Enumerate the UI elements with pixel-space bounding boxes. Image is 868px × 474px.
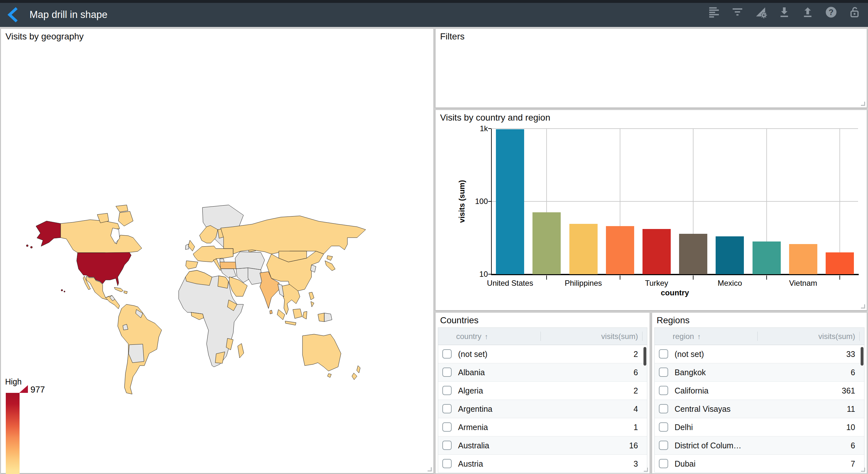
chart-bar-vietnam[interactable]	[789, 244, 817, 274]
filter-icon[interactable]	[731, 6, 744, 19]
panel-title: Filters	[440, 31, 464, 42]
top-bar: Map drill in shape	[0, 0, 868, 27]
panel-resize-handle[interactable]	[861, 102, 865, 106]
row-checkbox[interactable]	[442, 349, 452, 358]
panel-resize-handle[interactable]	[861, 304, 865, 309]
legend-high-marker	[19, 385, 28, 393]
row-checkbox[interactable]	[442, 386, 452, 395]
row-name: Bangkok	[675, 364, 706, 382]
row-checkbox[interactable]	[442, 404, 452, 413]
x-tick	[766, 276, 767, 280]
world-map[interactable]	[23, 203, 367, 401]
chart-bar[interactable]	[752, 242, 781, 274]
y-tick	[488, 128, 491, 129]
panel-resize-handle[interactable]	[644, 468, 648, 472]
column-divider	[757, 331, 758, 341]
toolbar: ?	[708, 6, 861, 19]
chart-bar-united-states[interactable]	[496, 129, 524, 274]
chart-bar[interactable]	[679, 234, 707, 274]
row-checkbox[interactable]	[442, 441, 452, 450]
row-name: Armenia	[458, 418, 488, 437]
y-tick	[488, 274, 491, 275]
panel-filters: Filters	[435, 29, 867, 108]
chart-settings-icon[interactable]	[754, 6, 767, 19]
table-row[interactable]: Austria3	[438, 455, 647, 473]
x-tick	[546, 276, 547, 280]
panel-regions: Regions region↑ visits(sum) (not set)33B…	[652, 312, 867, 474]
chart-bar-turkey[interactable]	[643, 229, 671, 274]
back-icon[interactable]	[6, 7, 20, 23]
row-checkbox[interactable]	[442, 459, 452, 468]
sort-asc-icon: ↑	[485, 333, 488, 341]
row-checkbox[interactable]	[659, 459, 668, 468]
download-icon[interactable]	[778, 6, 791, 19]
panel-resize-handle[interactable]	[428, 467, 432, 471]
row-checkbox[interactable]	[659, 386, 668, 395]
table-header: region↑ visits(sum)	[655, 328, 864, 345]
table-row[interactable]: (not set)33	[655, 345, 864, 364]
row-value: 10	[846, 418, 855, 437]
table-row[interactable]: Albania6	[438, 364, 647, 382]
x-tick	[693, 276, 693, 280]
table-header: country↑ visits(sum)	[438, 328, 647, 345]
row-name: District of Colum…	[675, 437, 741, 455]
table-body: (not set)33Bangkok6California361Central …	[655, 345, 864, 473]
row-checkbox[interactable]	[659, 349, 668, 358]
panel-resize-handle[interactable]	[861, 468, 865, 472]
row-checkbox[interactable]	[659, 368, 668, 377]
y-tick	[488, 201, 491, 202]
chart-bar-philippines[interactable]	[569, 224, 597, 274]
row-checkbox[interactable]	[659, 441, 668, 450]
table-row[interactable]: Dubai7	[655, 455, 864, 473]
panel-title: Visits by geography	[5, 31, 84, 42]
column-header-visits-sum[interactable]: visits(sum)	[818, 328, 855, 345]
row-value: 11	[847, 400, 855, 418]
table-row[interactable]: Bangkok6	[655, 364, 864, 382]
table-body: (not set)2Albania6Algeria2Argentina4Arme…	[438, 345, 647, 473]
countries-table: country↑ visits(sum) (not set)2Albania6A…	[438, 327, 647, 473]
row-value: 3	[633, 455, 638, 473]
row-checkbox[interactable]	[659, 404, 668, 413]
chart-bar[interactable]	[826, 252, 854, 274]
regions-table: region↑ visits(sum) (not set)33Bangkok6C…	[654, 327, 865, 473]
table-row[interactable]: Delhi10	[655, 418, 864, 437]
chart-bar-mexico[interactable]	[716, 236, 744, 274]
table-row[interactable]: Australia16	[438, 437, 647, 455]
row-name: California	[675, 382, 709, 400]
panel-title: Countries	[440, 315, 478, 325]
panel-title: Regions	[657, 315, 690, 325]
y-axis-title: visits (sum)	[456, 129, 468, 274]
legend-gradient-bar	[6, 393, 20, 474]
row-name: Central Visayas	[675, 400, 731, 418]
table-row[interactable]: (not set)2	[438, 345, 647, 364]
column-header-region[interactable]: region↑	[673, 328, 701, 345]
row-value: 6	[851, 364, 855, 382]
legend-high-value: 977	[30, 385, 45, 395]
table-row[interactable]: Algeria2	[438, 382, 647, 400]
table-row[interactable]: Argentina4	[438, 400, 647, 418]
table-row[interactable]: Central Visayas11	[655, 400, 864, 418]
help-icon[interactable]: ?	[825, 6, 838, 19]
column-header-visits-sum[interactable]: visits(sum)	[601, 328, 638, 345]
table-row[interactable]: California361	[655, 382, 864, 400]
table-row[interactable]: Armenia1	[438, 418, 647, 437]
unlock-icon[interactable]	[848, 6, 861, 19]
page-title: Map drill in shape	[30, 0, 107, 27]
x-tick	[839, 276, 840, 280]
table-row[interactable]: District of Colum…6	[655, 437, 864, 455]
table-scrollbar[interactable]	[861, 347, 864, 366]
chart-bar[interactable]	[606, 226, 634, 274]
row-checkbox[interactable]	[442, 422, 452, 432]
bar-chart-plot: 1k10010United StatesPhilippinesTurkeyMex…	[492, 129, 858, 274]
row-checkbox[interactable]	[442, 368, 452, 377]
chart-bar[interactable]	[532, 212, 561, 274]
row-value: 16	[629, 437, 638, 455]
x-tick-label: United States	[487, 279, 533, 288]
column-header-country[interactable]: country↑	[456, 328, 488, 345]
align-left-icon[interactable]	[708, 6, 720, 19]
column-divider	[540, 331, 541, 341]
row-value: 1	[633, 418, 638, 437]
table-scrollbar[interactable]	[644, 347, 646, 366]
upload-icon[interactable]	[801, 6, 814, 19]
row-checkbox[interactable]	[659, 422, 668, 432]
